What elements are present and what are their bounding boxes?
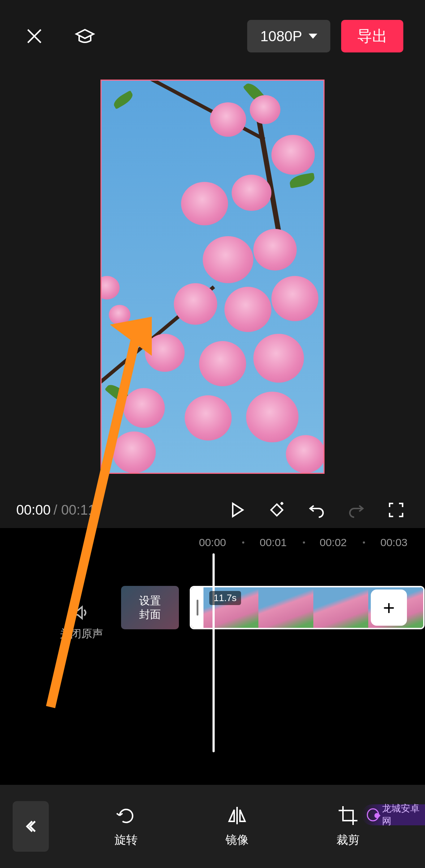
mute-audio-button[interactable]: 关闭原声 — [60, 604, 103, 641]
tutorial-button[interactable] — [72, 24, 98, 49]
chevron-down-icon — [309, 34, 317, 39]
video-canvas[interactable] — [100, 80, 325, 474]
keyframe-icon — [268, 501, 286, 519]
ruler-tick: 00:03 — [380, 536, 407, 549]
graduation-cap-icon — [75, 26, 95, 46]
export-label: 导出 — [357, 26, 387, 46]
watermark-icon — [367, 808, 379, 821]
chevron-left-icon — [23, 819, 38, 834]
set-cover-button[interactable]: 设置 封面 — [121, 586, 179, 629]
crop-label: 裁剪 — [336, 832, 360, 848]
cover-label: 设置 封面 — [139, 594, 161, 621]
timeline-area[interactable]: 00:00 00:01 00:02 00:03 关闭原声 设置 封面 11.7s… — [0, 528, 425, 785]
ruler-tick: 00:02 — [319, 536, 347, 549]
bottom-toolbar: 旋转 镜像 裁剪 — [0, 785, 425, 868]
clip-handle-left[interactable] — [191, 587, 203, 628]
resolution-label: 1080P — [260, 28, 302, 44]
close-icon — [24, 26, 44, 46]
clip-duration: 11.7s — [209, 591, 241, 605]
mute-label: 关闭原声 — [60, 627, 103, 639]
plus-icon: + — [383, 596, 395, 620]
preview-area — [0, 80, 425, 474]
export-button[interactable]: 导出 — [341, 20, 403, 52]
undo-icon — [308, 501, 325, 519]
fullscreen-icon — [387, 501, 405, 519]
playback-bar: 00:00 / 00:11 — [0, 492, 425, 528]
keyframe-button[interactable] — [264, 497, 289, 523]
playhead[interactable] — [212, 553, 215, 752]
total-time: / 00:11 — [53, 502, 95, 518]
crop-icon — [337, 805, 359, 826]
ruler-tick: 00:00 — [199, 536, 226, 549]
resolution-selector[interactable]: 1080P — [247, 20, 330, 52]
close-button[interactable] — [22, 24, 47, 49]
current-time: 00:00 — [16, 502, 51, 518]
mirror-label: 镜像 — [226, 832, 249, 848]
redo-icon — [348, 501, 365, 519]
redo-button[interactable] — [344, 497, 369, 523]
play-icon — [228, 501, 246, 519]
speaker-icon — [73, 604, 90, 621]
play-button[interactable] — [224, 497, 250, 523]
rotate-label: 旋转 — [115, 832, 138, 848]
header-bar: 1080P 导出 — [0, 0, 425, 72]
add-clip-button[interactable]: + — [371, 590, 407, 626]
ruler-tick: 00:01 — [259, 536, 287, 549]
mirror-icon — [226, 805, 248, 826]
rotate-tool[interactable]: 旋转 — [115, 805, 138, 848]
mirror-tool[interactable]: 镜像 — [226, 805, 249, 848]
watermark: 龙城安卓网 — [362, 804, 425, 825]
back-button[interactable] — [13, 801, 49, 852]
watermark-text: 龙城安卓网 — [382, 802, 425, 827]
crop-tool[interactable]: 裁剪 — [336, 805, 360, 848]
fullscreen-button[interactable] — [383, 497, 409, 523]
undo-button[interactable] — [304, 497, 329, 523]
time-ruler: 00:00 00:01 00:02 00:03 — [0, 535, 425, 550]
rotate-icon — [115, 805, 137, 826]
